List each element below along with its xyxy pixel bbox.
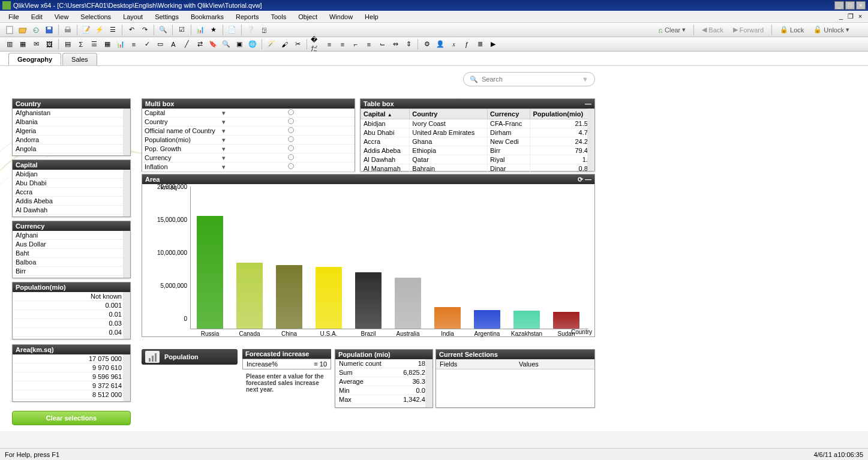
bar[interactable] <box>236 263 263 329</box>
listbox-currency[interactable]: Currency AfghaniAus DollarBahtBalboaBirr <box>12 221 131 278</box>
dist-v-icon[interactable]: ⇕ <box>403 38 415 50</box>
open-icon[interactable] <box>17 24 29 36</box>
multibox-row[interactable]: Inflation▾ <box>142 163 355 172</box>
copy-image-icon[interactable]: 🖼 <box>43 38 55 50</box>
chevron-down-icon[interactable]: ▾ <box>220 163 227 171</box>
chart-area[interactable]: Area⟳ — km.sq 05,000,00010,000,00015,000… <box>142 174 595 337</box>
forward-button[interactable]: ▶ Forward <box>729 25 767 35</box>
tab-sales[interactable]: Sales <box>62 53 97 65</box>
unlock-button[interactable]: 🔓 Unlock ▾ <box>810 25 853 35</box>
list-item[interactable]: Andorra <box>13 136 130 145</box>
edit-script-icon[interactable]: 📝 <box>80 24 92 36</box>
tablebox[interactable]: Table box— Capital ▲CountryCurrencyPopul… <box>360 98 595 172</box>
radio-icon[interactable] <box>288 136 294 142</box>
create-bookmark-icon[interactable]: 🔖 <box>207 38 219 50</box>
menu-tools[interactable]: Tools <box>266 12 291 22</box>
align-right-icon[interactable]: ≡ <box>337 38 349 50</box>
table-row[interactable]: Abu DhabiUnited Arab EmiratesDirham4.71 <box>361 128 594 137</box>
listbox-country[interactable]: Country AfghanistanAlbaniaAlgeriaAndorra… <box>12 98 131 156</box>
create-text-icon[interactable]: A <box>167 38 179 50</box>
create-multibox-icon[interactable]: ☰ <box>88 38 100 50</box>
search-input[interactable] <box>482 76 582 83</box>
menu-bookmarks[interactable]: Bookmarks <box>186 12 229 22</box>
list-item[interactable]: 0.01 <box>13 310 130 319</box>
list-item[interactable]: 9 372 614 <box>13 381 130 390</box>
create-currentsel-icon[interactable]: ✓ <box>141 38 153 50</box>
table-viewer-icon[interactable]: ☰ <box>107 24 119 36</box>
list-item[interactable]: Baht <box>13 249 130 258</box>
clear-selections-button[interactable]: Clear selections <box>12 411 131 425</box>
bar[interactable] <box>474 310 500 329</box>
search-box[interactable]: 🔍 ▼ <box>463 72 595 86</box>
multibox-row[interactable]: Currency▾ <box>142 154 355 163</box>
list-item[interactable]: Accra <box>13 188 130 197</box>
create-statbox-icon[interactable]: Σ <box>75 38 87 50</box>
population-button[interactable]: Population <box>142 349 238 365</box>
undo-icon[interactable]: ↶ <box>125 24 137 36</box>
scrollbar[interactable] <box>123 231 130 278</box>
list-item[interactable]: 8 512 000 <box>13 390 130 399</box>
menu-layout[interactable]: Layout <box>118 12 148 22</box>
list-item[interactable]: Abu Dhabi <box>13 179 130 188</box>
scrollbar[interactable] <box>123 109 130 155</box>
variable-icon[interactable]: 𝑥 <box>447 38 459 50</box>
chevron-down-icon[interactable]: ▾ <box>220 127 227 135</box>
chevron-down-icon[interactable]: ▾ <box>220 118 227 126</box>
help-icon[interactable]: ❔ <box>245 24 257 36</box>
scrollbar[interactable] <box>123 354 130 401</box>
table-header[interactable]: Currency <box>488 109 530 119</box>
list-item[interactable]: 0.04 <box>13 328 130 337</box>
table-row[interactable]: Al DawhahQatarRiyal1.7 <box>361 155 594 164</box>
table-header[interactable]: Capital ▲ <box>361 109 410 119</box>
radio-icon[interactable] <box>288 127 294 133</box>
bar[interactable] <box>355 272 382 329</box>
minimize-button[interactable]: _ <box>834 1 844 10</box>
table-row[interactable]: AbidjanIvory CoastCFA-Franc21.57 <box>361 119 594 128</box>
multibox-row[interactable]: Country▾ <box>142 118 355 127</box>
menu-object[interactable]: Object <box>293 12 322 22</box>
bookmark-add-icon[interactable]: ★ <box>208 24 220 36</box>
multibox-row[interactable]: Capital▾ <box>142 109 355 118</box>
chevron-down-icon[interactable]: ▼ <box>582 76 588 83</box>
chevron-down-icon[interactable]: ▾ <box>220 136 227 144</box>
mdi-restore[interactable]: ❐ <box>846 13 855 21</box>
expression-icon[interactable]: ƒ <box>461 38 473 50</box>
menu-reports[interactable]: Reports <box>231 12 264 22</box>
table-row[interactable]: Addis AbebaEthiopiaBirr79.46 <box>361 146 594 155</box>
menu-selections[interactable]: Selections <box>76 12 116 22</box>
mail-icon[interactable]: ✉ <box>30 38 42 50</box>
redo-icon[interactable]: ↷ <box>139 24 151 36</box>
list-item[interactable]: Abidjan <box>13 170 130 179</box>
cycle-icon[interactable]: ⟳ <box>578 176 583 183</box>
create-chart-icon[interactable]: 📊 <box>115 38 127 50</box>
table-header[interactable]: Population(mio) <box>530 109 594 119</box>
multibox-row[interactable]: Population(mio)▾ <box>142 136 355 145</box>
create-input-icon[interactable]: ≡ <box>128 38 140 50</box>
menu-edit[interactable]: Edit <box>26 12 47 22</box>
table-row[interactable]: Al ManamahBahrainDinar0.81 <box>361 164 594 173</box>
population-stats[interactable]: Population (mio) Numeric count188Sum6,82… <box>335 349 433 408</box>
bar[interactable] <box>513 311 540 329</box>
bar[interactable] <box>434 307 461 329</box>
align-left-icon[interactable]: �だ <box>310 38 322 50</box>
list-item[interactable]: 9 970 610 <box>13 363 130 372</box>
list-item[interactable]: Not known <box>13 292 130 301</box>
list-item[interactable]: Balboa <box>13 258 130 267</box>
bar[interactable] <box>197 216 223 329</box>
list-item[interactable]: 0.001 <box>13 301 130 310</box>
minimize-icon[interactable]: — <box>585 176 591 183</box>
create-line-icon[interactable]: ╱ <box>181 38 193 50</box>
minimize-icon[interactable]: — <box>585 99 591 109</box>
scrollbar[interactable] <box>123 170 130 217</box>
add-sheet-icon[interactable]: ▥ <box>4 38 16 50</box>
list-item[interactable]: Albania <box>13 118 130 127</box>
create-tablebox-icon[interactable]: ▦ <box>101 38 113 50</box>
reload-icon[interactable]: ⚡ <box>94 24 106 36</box>
radio-icon[interactable] <box>288 109 294 115</box>
list-item[interactable]: Aus Dollar <box>13 240 130 249</box>
refresh-icon[interactable] <box>30 24 42 36</box>
lock-button[interactable]: 🔒 Lock <box>776 25 807 35</box>
list-item[interactable]: Al Dawhah <box>13 206 130 215</box>
save-icon[interactable] <box>43 24 55 36</box>
maximize-button[interactable]: □ <box>845 1 855 10</box>
